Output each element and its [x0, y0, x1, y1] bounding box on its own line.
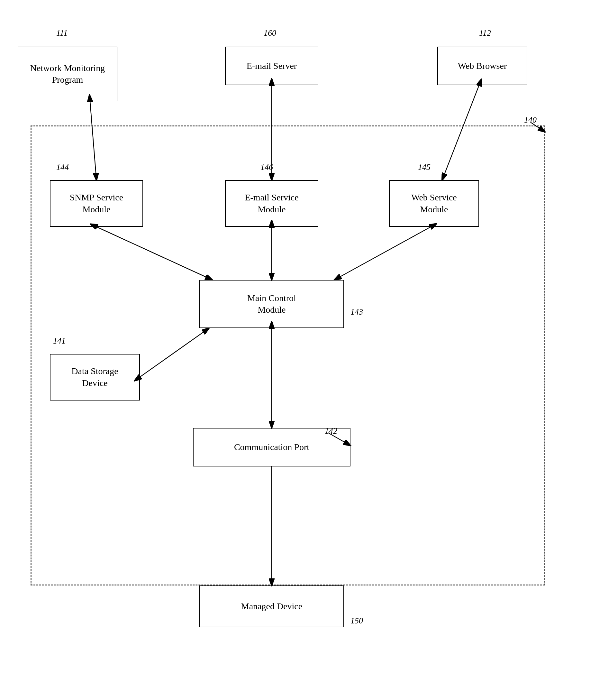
managed-device-box: Managed Device — [199, 586, 344, 627]
label-150: 150 — [351, 616, 363, 626]
label-144: 144 — [56, 163, 69, 172]
main-control-box: Main ControlModule — [199, 280, 344, 328]
label-160: 160 — [264, 28, 276, 38]
label-111: 111 — [56, 28, 68, 38]
network-monitoring-box: Network MonitoringProgram — [18, 47, 117, 101]
label-112: 112 — [479, 28, 491, 38]
web-service-box: Web ServiceModule — [389, 180, 479, 227]
diagram: 140 Network MonitoringProgram 111 E-mail… — [0, 0, 590, 700]
label-145: 145 — [418, 163, 430, 172]
snmp-service-box: SNMP ServiceModule — [50, 180, 143, 227]
label-146: 146 — [261, 163, 273, 172]
data-storage-box: Data StorageDevice — [50, 354, 140, 401]
email-server-box: E-mail Server — [225, 47, 318, 85]
label-142: 142 — [325, 426, 337, 436]
label-141: 141 — [53, 336, 66, 346]
label-143: 143 — [351, 307, 363, 317]
label-140: 140 — [524, 115, 536, 125]
email-service-box: E-mail ServiceModule — [225, 180, 318, 227]
web-browser-box: Web Browser — [437, 47, 527, 85]
